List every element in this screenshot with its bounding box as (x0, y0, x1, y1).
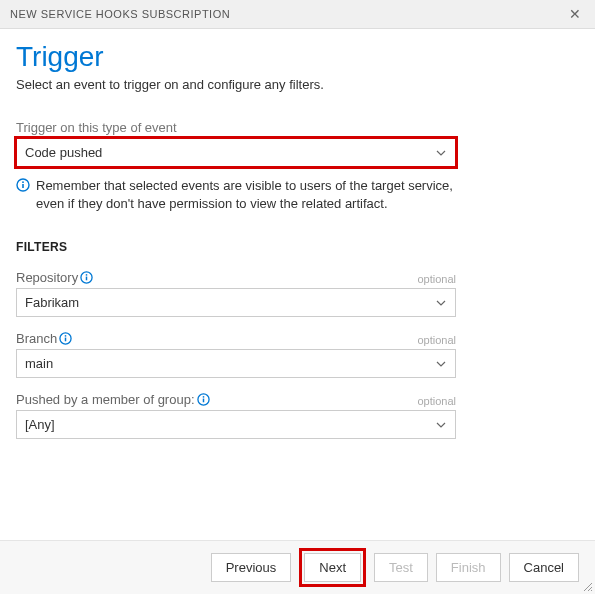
info-message: Remember that selected events are visibl… (16, 177, 456, 212)
previous-button[interactable]: Previous (211, 553, 292, 582)
dialog-content: Trigger Select an event to trigger on an… (0, 29, 595, 439)
svg-rect-7 (65, 338, 66, 342)
branch-value: main (25, 356, 53, 371)
svg-line-14 (591, 590, 592, 591)
repository-value: Fabrikam (25, 295, 79, 310)
help-icon[interactable] (80, 271, 93, 284)
group-field: Pushed by a member of group: optional [A… (16, 392, 579, 439)
svg-rect-1 (22, 184, 24, 188)
optional-label: optional (417, 395, 456, 407)
svg-rect-10 (202, 399, 203, 403)
repository-label: Repository (16, 270, 78, 285)
event-type-value: Code pushed (25, 145, 102, 160)
svg-rect-4 (86, 277, 87, 281)
chevron-down-icon (435, 358, 447, 370)
branch-label: Branch (16, 331, 57, 346)
group-dropdown[interactable]: [Any] (16, 410, 456, 439)
page-title: Trigger (16, 41, 579, 73)
svg-line-12 (584, 583, 592, 591)
test-button: Test (374, 553, 428, 582)
info-icon (16, 178, 30, 195)
event-type-label: Trigger on this type of event (16, 120, 579, 135)
chevron-down-icon (435, 147, 447, 159)
page-subtitle: Select an event to trigger on and config… (16, 77, 579, 92)
chevron-down-icon (435, 419, 447, 431)
help-icon[interactable] (59, 332, 72, 345)
chevron-down-icon (435, 297, 447, 309)
repository-dropdown[interactable]: Fabrikam (16, 288, 456, 317)
dialog-title: NEW SERVICE HOOKS SUBSCRIPTION (10, 8, 230, 20)
cancel-button[interactable]: Cancel (509, 553, 579, 582)
branch-dropdown[interactable]: main (16, 349, 456, 378)
optional-label: optional (417, 273, 456, 285)
optional-label: optional (417, 334, 456, 346)
branch-field: Branch optional main (16, 331, 579, 378)
dialog-titlebar: NEW SERVICE HOOKS SUBSCRIPTION ✕ (0, 0, 595, 29)
help-icon[interactable] (197, 393, 210, 406)
repository-field: Repository optional Fabrikam (16, 270, 579, 317)
svg-rect-8 (65, 335, 66, 336)
close-icon[interactable]: ✕ (565, 6, 586, 22)
next-button-highlight: Next (299, 548, 366, 587)
svg-rect-11 (202, 396, 203, 397)
resize-grip-icon[interactable] (581, 580, 593, 592)
group-value: [Any] (25, 417, 55, 432)
event-type-dropdown[interactable]: Code pushed (16, 138, 456, 167)
next-button[interactable]: Next (304, 553, 361, 582)
group-label: Pushed by a member of group: (16, 392, 195, 407)
svg-rect-2 (22, 181, 24, 183)
svg-rect-5 (86, 274, 87, 275)
dialog-footer: Previous Next Test Finish Cancel (0, 540, 595, 594)
filters-heading: FILTERS (16, 240, 579, 254)
finish-button: Finish (436, 553, 501, 582)
info-text: Remember that selected events are visibl… (36, 177, 456, 212)
